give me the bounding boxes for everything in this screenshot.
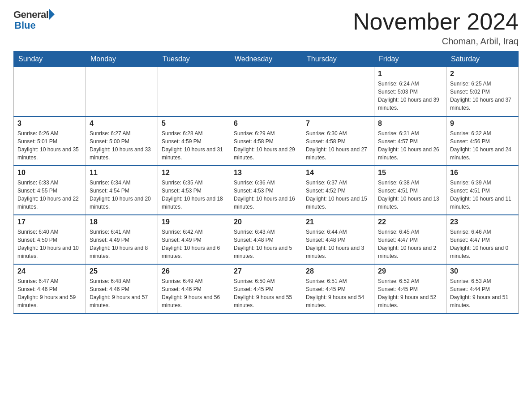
calendar-cell: 5Sunrise: 6:28 AMSunset: 4:59 PMDaylight… [158, 116, 230, 166]
calendar-week-2: 3Sunrise: 6:26 AMSunset: 5:01 PMDaylight… [14, 116, 519, 166]
title-block: November 2024 Choman, Arbil, Iraq [353, 9, 519, 47]
calendar-cell: 8Sunrise: 6:31 AMSunset: 4:57 PMDaylight… [374, 116, 446, 166]
day-number: 6 [234, 120, 298, 128]
day-number: 29 [378, 267, 442, 275]
column-header-saturday: Saturday [446, 51, 519, 67]
day-number: 4 [90, 120, 154, 128]
column-header-sunday: Sunday [14, 51, 86, 67]
calendar-header-row: SundayMondayTuesdayWednesdayThursdayFrid… [14, 51, 519, 67]
month-title: November 2024 [353, 9, 519, 34]
day-info: Sunrise: 6:49 AMSunset: 4:46 PMDaylight:… [162, 277, 226, 309]
day-info: Sunrise: 6:39 AMSunset: 4:51 PMDaylight:… [450, 179, 515, 211]
day-number: 28 [306, 267, 370, 275]
calendar-cell: 9Sunrise: 6:32 AMSunset: 4:56 PMDaylight… [446, 116, 519, 166]
calendar-cell: 4Sunrise: 6:27 AMSunset: 5:00 PMDaylight… [86, 116, 158, 166]
day-info: Sunrise: 6:50 AMSunset: 4:45 PMDaylight:… [234, 277, 298, 309]
day-info: Sunrise: 6:46 AMSunset: 4:47 PMDaylight:… [450, 228, 515, 260]
day-info: Sunrise: 6:36 AMSunset: 4:53 PMDaylight:… [234, 179, 298, 211]
calendar-cell [230, 67, 302, 116]
calendar-cell: 22Sunrise: 6:45 AMSunset: 4:47 PMDayligh… [374, 215, 446, 264]
day-info: Sunrise: 6:35 AMSunset: 4:53 PMDaylight:… [162, 179, 226, 211]
column-header-wednesday: Wednesday [230, 51, 302, 67]
calendar-week-4: 17Sunrise: 6:40 AMSunset: 4:50 PMDayligh… [14, 215, 519, 264]
day-number: 22 [378, 218, 442, 226]
calendar-cell: 2Sunrise: 6:25 AMSunset: 5:02 PMDaylight… [446, 67, 519, 116]
calendar-cell: 7Sunrise: 6:30 AMSunset: 4:58 PMDaylight… [302, 116, 374, 166]
day-info: Sunrise: 6:30 AMSunset: 4:58 PMDaylight:… [306, 129, 370, 162]
day-number: 9 [450, 120, 515, 128]
calendar-cell: 14Sunrise: 6:37 AMSunset: 4:52 PMDayligh… [302, 166, 374, 215]
day-number: 17 [17, 218, 82, 226]
day-info: Sunrise: 6:53 AMSunset: 4:44 PMDaylight:… [450, 277, 515, 309]
calendar-table: SundayMondayTuesdayWednesdayThursdayFrid… [13, 51, 519, 314]
calendar-week-3: 10Sunrise: 6:33 AMSunset: 4:55 PMDayligh… [14, 166, 519, 215]
calendar-week-5: 24Sunrise: 6:47 AMSunset: 4:46 PMDayligh… [14, 264, 519, 313]
day-info: Sunrise: 6:41 AMSunset: 4:49 PMDaylight:… [90, 228, 154, 260]
calendar-cell: 3Sunrise: 6:26 AMSunset: 5:01 PMDaylight… [14, 116, 86, 166]
day-number: 21 [306, 218, 370, 226]
calendar-cell: 23Sunrise: 6:46 AMSunset: 4:47 PMDayligh… [446, 215, 519, 264]
calendar-cell: 15Sunrise: 6:38 AMSunset: 4:51 PMDayligh… [374, 166, 446, 215]
day-number: 26 [162, 267, 226, 275]
day-number: 8 [378, 120, 442, 128]
logo-general-text: General [13, 9, 48, 21]
page-header: General Blue November 2024 Choman, Arbil… [13, 9, 519, 47]
calendar-cell: 21Sunrise: 6:44 AMSunset: 4:48 PMDayligh… [302, 215, 374, 264]
calendar-cell [14, 67, 86, 116]
day-info: Sunrise: 6:45 AMSunset: 4:47 PMDaylight:… [378, 228, 442, 260]
calendar-cell [158, 67, 230, 116]
day-info: Sunrise: 6:29 AMSunset: 4:58 PMDaylight:… [234, 129, 298, 162]
column-header-thursday: Thursday [302, 51, 374, 67]
day-number: 23 [450, 218, 515, 226]
calendar-cell: 12Sunrise: 6:35 AMSunset: 4:53 PMDayligh… [158, 166, 230, 215]
day-number: 20 [234, 218, 298, 226]
day-info: Sunrise: 6:24 AMSunset: 5:03 PMDaylight:… [378, 80, 442, 112]
day-number: 24 [17, 267, 82, 275]
day-number: 19 [162, 218, 226, 226]
day-number: 12 [162, 169, 226, 177]
logo-arrow-icon [49, 9, 55, 20]
day-info: Sunrise: 6:33 AMSunset: 4:55 PMDaylight:… [17, 179, 82, 211]
day-info: Sunrise: 6:42 AMSunset: 4:49 PMDaylight:… [162, 228, 226, 260]
calendar-cell [302, 67, 374, 116]
day-number: 3 [17, 120, 82, 128]
location-text: Choman, Arbil, Iraq [353, 36, 519, 47]
calendar-cell: 29Sunrise: 6:52 AMSunset: 4:45 PMDayligh… [374, 264, 446, 313]
calendar-cell: 10Sunrise: 6:33 AMSunset: 4:55 PMDayligh… [14, 166, 86, 215]
day-info: Sunrise: 6:26 AMSunset: 5:01 PMDaylight:… [17, 129, 82, 162]
day-number: 16 [450, 169, 515, 177]
day-number: 10 [17, 169, 82, 177]
calendar-cell: 18Sunrise: 6:41 AMSunset: 4:49 PMDayligh… [86, 215, 158, 264]
calendar-cell: 16Sunrise: 6:39 AMSunset: 4:51 PMDayligh… [446, 166, 519, 215]
day-number: 30 [450, 267, 515, 275]
day-info: Sunrise: 6:25 AMSunset: 5:02 PMDaylight:… [450, 80, 515, 112]
day-number: 2 [450, 70, 515, 78]
calendar-cell: 28Sunrise: 6:51 AMSunset: 4:45 PMDayligh… [302, 264, 374, 313]
calendar-cell: 24Sunrise: 6:47 AMSunset: 4:46 PMDayligh… [14, 264, 86, 313]
day-number: 11 [90, 169, 154, 177]
day-info: Sunrise: 6:40 AMSunset: 4:50 PMDaylight:… [17, 228, 82, 260]
calendar-cell: 30Sunrise: 6:53 AMSunset: 4:44 PMDayligh… [446, 264, 519, 313]
day-number: 13 [234, 169, 298, 177]
day-number: 18 [90, 218, 154, 226]
calendar-cell: 25Sunrise: 6:48 AMSunset: 4:46 PMDayligh… [86, 264, 158, 313]
calendar-week-1: 1Sunrise: 6:24 AMSunset: 5:03 PMDaylight… [14, 67, 519, 116]
calendar-cell: 20Sunrise: 6:43 AMSunset: 4:48 PMDayligh… [230, 215, 302, 264]
calendar-cell: 1Sunrise: 6:24 AMSunset: 5:03 PMDaylight… [374, 67, 446, 116]
day-info: Sunrise: 6:51 AMSunset: 4:45 PMDaylight:… [306, 277, 370, 309]
day-number: 1 [378, 70, 442, 78]
day-number: 27 [234, 267, 298, 275]
day-info: Sunrise: 6:52 AMSunset: 4:45 PMDaylight:… [378, 277, 442, 309]
day-info: Sunrise: 6:44 AMSunset: 4:48 PMDaylight:… [306, 228, 370, 260]
calendar-cell: 26Sunrise: 6:49 AMSunset: 4:46 PMDayligh… [158, 264, 230, 313]
day-number: 7 [306, 120, 370, 128]
column-header-tuesday: Tuesday [158, 51, 230, 67]
calendar-cell: 17Sunrise: 6:40 AMSunset: 4:50 PMDayligh… [14, 215, 86, 264]
day-number: 15 [378, 169, 442, 177]
calendar-cell: 6Sunrise: 6:29 AMSunset: 4:58 PMDaylight… [230, 116, 302, 166]
day-info: Sunrise: 6:38 AMSunset: 4:51 PMDaylight:… [378, 179, 442, 211]
logo-blue-text: Blue [14, 20, 36, 31]
column-header-monday: Monday [86, 51, 158, 67]
calendar-cell: 13Sunrise: 6:36 AMSunset: 4:53 PMDayligh… [230, 166, 302, 215]
logo: General Blue [13, 9, 55, 31]
